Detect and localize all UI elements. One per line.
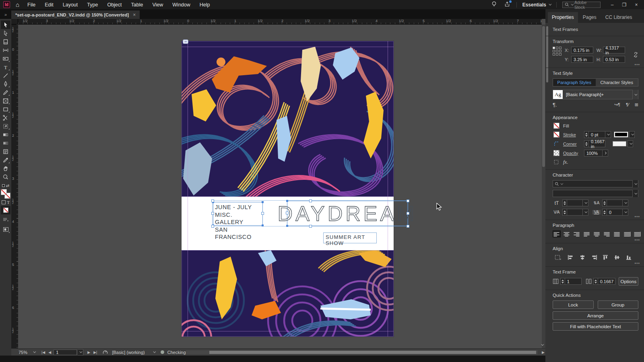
leading-stepper[interactable] [602, 200, 607, 206]
preflight-chevron-icon[interactable] [153, 350, 156, 353]
swap-fill-stroke-icon[interactable]: ⇄ [2, 183, 9, 188]
menu-item-file[interactable]: File [27, 2, 35, 8]
paragraph-mark-icon[interactable]: ¶. [553, 102, 557, 108]
columns-stepper[interactable] [560, 278, 564, 285]
paragraph-style-name[interactable]: [Basic Paragraph]+ [564, 92, 632, 97]
paragraph-align-left-icon[interactable] [553, 230, 561, 237]
group-button[interactable]: Group [598, 300, 639, 309]
title-text-frame[interactable]: DAYDREAM [287, 201, 408, 226]
stroke-weight-stepper[interactable] [584, 131, 588, 138]
character-styles-tab[interactable]: Character Styles [596, 79, 638, 86]
zoom-tool[interactable] [1, 173, 10, 181]
menu-item-help[interactable]: Help [200, 2, 210, 8]
preflight-profile[interactable]: [Basic] (working) [112, 350, 144, 355]
selection-handle[interactable] [407, 212, 409, 215]
selection-tool[interactable] [1, 21, 10, 29]
gradient-feather-tool[interactable] [1, 139, 10, 147]
kerning-input[interactable] [567, 209, 583, 216]
eyedropper-tool[interactable] [1, 156, 10, 164]
selection-handle[interactable] [407, 225, 409, 228]
tab-close-icon[interactable]: × [133, 12, 136, 18]
opacity-flyout-icon[interactable] [603, 150, 608, 156]
page-tool[interactable] [1, 37, 10, 46]
subtitle-text-frame[interactable]: SUMMER ART SHOW [323, 232, 377, 243]
paragraph-justify-right-icon[interactable] [603, 230, 611, 237]
document-status[interactable]: Checking [167, 350, 186, 355]
w-input[interactable]: 4.1317 in [603, 47, 625, 53]
gutter-input[interactable]: 0.1667 [598, 278, 615, 285]
selection-handle[interactable] [211, 200, 214, 202]
horizontal-scrollbar[interactable] [186, 350, 538, 354]
tracking-chevron-icon[interactable] [623, 209, 628, 216]
tab-pages[interactable]: Pages [579, 12, 601, 23]
document-tab[interactable]: *set-up-a-postcard_END_V2.indd @ 150% [C… [11, 10, 140, 19]
zoom-level[interactable]: 75% [19, 350, 27, 355]
workspace-switcher[interactable]: Essentials [522, 2, 551, 8]
restore-button[interactable]: ❐ [618, 0, 630, 9]
paragraph-styles-tab[interactable]: Paragraph Styles [553, 79, 596, 86]
menu-item-type[interactable]: Type [87, 2, 98, 8]
corner-radius-input[interactable]: 0.1667 in [588, 140, 605, 147]
content-collector-tool[interactable] [1, 54, 10, 63]
share-icon[interactable] [504, 1, 511, 8]
close-button[interactable]: × [630, 0, 642, 9]
opacity-input[interactable]: 100% [584, 150, 603, 156]
free-transform-tool[interactable] [1, 122, 10, 130]
dates-text-frame[interactable]: JUNE - JULY MISC. GALLERY SAN FRANCISCO [213, 202, 263, 226]
constrain-proportions-icon[interactable] [633, 47, 638, 63]
character-more-options[interactable]: ••• [634, 214, 640, 219]
align-h-center-icon[interactable] [578, 254, 586, 261]
pencil-tool[interactable] [1, 88, 10, 97]
last-page-icon[interactable]: ▶| [93, 350, 97, 354]
screen-mode-icon[interactable] [1, 225, 10, 234]
formatting-affects-container-icon[interactable] [2, 200, 6, 204]
stroke-label[interactable]: Stroke [563, 132, 584, 137]
postcard-page[interactable]: ∞ JUNE - JULY MISC. GALLERY SAN FRANCISC… [182, 41, 394, 337]
stroke-swatch-none[interactable] [553, 132, 559, 138]
tracking-stepper[interactable] [602, 209, 607, 216]
fill-placeholder-button[interactable]: Fill with Placeholder Text [553, 322, 638, 331]
font-style-chevron-icon[interactable] [632, 190, 638, 197]
tab-cc-libraries[interactable]: CC Libraries [601, 12, 636, 23]
first-page-icon[interactable]: |◀ [41, 350, 45, 354]
panel-overflow-chevrons[interactable]: » [0, 12, 11, 19]
scroll-down-icon[interactable] [541, 340, 545, 345]
scroll-right-icon[interactable]: ▶ [542, 350, 545, 354]
search-input[interactable]: Adobe Stock [562, 2, 601, 8]
align-h-right-icon[interactable] [590, 254, 598, 261]
align-v-top-icon[interactable] [602, 254, 610, 261]
frame-handle[interactable] [286, 212, 289, 214]
selection-handle[interactable] [407, 200, 409, 202]
fill-stroke-control[interactable] [1, 189, 10, 199]
selection-handle[interactable] [211, 225, 214, 228]
rectangle-tool[interactable] [1, 105, 10, 113]
direct-selection-tool[interactable] [1, 29, 10, 37]
leading-input[interactable] [607, 200, 623, 206]
fill-swatch-none[interactable] [553, 123, 559, 129]
zoom-chevron-icon[interactable] [33, 350, 36, 353]
tracking-input[interactable]: 0 [607, 209, 623, 216]
horizontal-ruler[interactable]: 1/231/221/211/201/211/221/231/241/251/26… [18, 19, 542, 25]
stroke-weight-chevron-icon[interactable] [605, 131, 611, 138]
pen-tool[interactable] [1, 80, 10, 88]
paragraph-align-away-spine-icon[interactable] [633, 230, 641, 237]
menu-item-table[interactable]: Table [131, 2, 143, 8]
x-input[interactable]: 0.175 in [571, 47, 593, 53]
stroke-color-swatch[interactable] [614, 132, 628, 137]
reference-point-proxy[interactable] [553, 47, 561, 63]
columns-input[interactable]: 1 [565, 278, 582, 285]
apply-none-button[interactable] [1, 206, 10, 214]
ruler-origin-corner[interactable] [11, 19, 18, 25]
transform-more-options[interactable]: ••• [634, 62, 640, 67]
opacity-label[interactable]: Opacity [563, 151, 584, 156]
y-input[interactable]: 3.25 in [571, 56, 593, 63]
vertical-ruler[interactable]: 12012112212312412512612 [11, 25, 18, 348]
paragraph-more-options[interactable]: ••• [634, 238, 640, 242]
align-to-selector[interactable] [553, 254, 563, 261]
preflight-icon[interactable] [103, 350, 108, 355]
menu-item-object[interactable]: Object [107, 2, 122, 8]
gutter-stepper[interactable] [593, 278, 597, 285]
paragraph-align-toward-spine-icon[interactable] [623, 230, 631, 237]
frame-tool[interactable] [1, 97, 10, 105]
menu-item-layout[interactable]: Layout [63, 2, 78, 8]
